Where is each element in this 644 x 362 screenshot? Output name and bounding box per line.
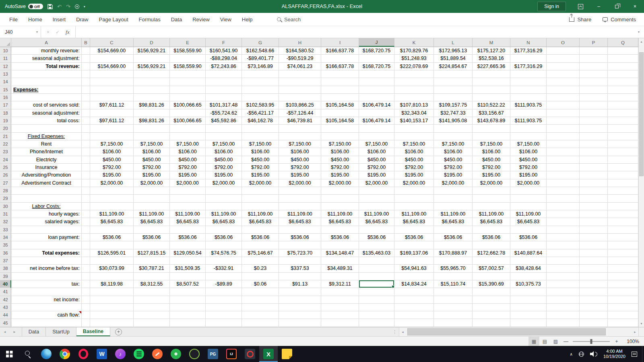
cell-K25[interactable]: $792.00 — [394, 164, 434, 171]
cell-D45[interactable] — [134, 319, 170, 327]
cell-L21[interactable] — [434, 133, 473, 140]
cell-D31[interactable]: $11,109.00 — [134, 210, 170, 218]
cell-G17[interactable]: $102,583.95 — [242, 101, 279, 109]
cell-B14[interactable] — [82, 78, 90, 86]
cell-G44[interactable] — [242, 311, 279, 319]
cell-K32[interactable]: $6,645.83 — [394, 218, 434, 226]
cell-G29[interactable] — [242, 195, 279, 202]
cell-M11[interactable]: $52,538.16 — [473, 55, 510, 62]
cell-N36[interactable]: $140,887.64 — [510, 249, 547, 257]
cell-P43[interactable] — [580, 304, 608, 311]
cell-Q30[interactable] — [608, 203, 638, 210]
cell-I32[interactable]: $6,645.83 — [321, 218, 359, 226]
cell-D13[interactable] — [134, 70, 170, 78]
cell-I39[interactable] — [321, 273, 359, 280]
cell-N37[interactable] — [510, 257, 547, 265]
cell-I28[interactable] — [321, 187, 359, 195]
cell-E30[interactable] — [170, 203, 206, 210]
cell-L41[interactable] — [434, 288, 473, 296]
cell-L20[interactable] — [434, 125, 473, 132]
cell-K40[interactable]: $14,834.24 — [394, 280, 434, 288]
cell-Q37[interactable] — [608, 257, 638, 265]
row-header-33[interactable]: 33 — [0, 226, 11, 234]
cell-D18[interactable] — [134, 109, 170, 117]
cell-I27[interactable]: $2,000.00 — [321, 179, 359, 187]
cell-B29[interactable] — [82, 195, 90, 202]
cell-Q22[interactable] — [608, 140, 638, 148]
cell-C35[interactable] — [90, 241, 134, 249]
cell-E11[interactable] — [170, 55, 206, 62]
cell-B23[interactable] — [82, 148, 90, 156]
column-header-L[interactable]: L — [434, 38, 473, 47]
cell-G21[interactable] — [242, 133, 279, 140]
cell-O36[interactable] — [547, 249, 580, 257]
cell-K19[interactable]: $140,153.17 — [394, 117, 434, 125]
cell-O42[interactable] — [547, 296, 580, 304]
taskbar-spotify-button[interactable] — [130, 346, 148, 362]
cell-H34[interactable]: $536.06 — [279, 234, 321, 241]
row-header-27[interactable]: 27 — [0, 179, 11, 187]
cell-N12[interactable]: $177,316.29 — [510, 63, 547, 70]
row-header-11[interactable]: 11 — [0, 55, 11, 62]
cell-M18[interactable]: $33,156.67 — [473, 109, 510, 117]
cell-L36[interactable]: $170,888.97 — [434, 249, 473, 257]
cell-D41[interactable] — [134, 288, 170, 296]
cell-D15[interactable] — [134, 86, 170, 94]
cell-L22[interactable]: $7,150.00 — [434, 140, 473, 148]
cell-M42[interactable] — [473, 296, 510, 304]
cell-C18[interactable] — [90, 109, 134, 117]
cell-H28[interactable] — [279, 187, 321, 195]
cell-N17[interactable]: $111,903.75 — [510, 101, 547, 109]
cell-L28[interactable] — [434, 187, 473, 195]
taskbar-opera-button[interactable] — [74, 346, 93, 362]
cell-F33[interactable] — [206, 226, 242, 234]
cell-J19[interactable]: $106,479.14 — [359, 117, 394, 125]
cell-D23[interactable]: $106.00 — [134, 148, 170, 156]
cell-M27[interactable]: $2,000.00 — [473, 179, 510, 187]
cell-J42[interactable] — [359, 296, 394, 304]
cell-M39[interactable] — [473, 273, 510, 280]
row-header-44[interactable]: 44 — [0, 311, 11, 319]
cell-N40[interactable]: $10,375.73 — [510, 280, 547, 288]
cell-M33[interactable] — [473, 226, 510, 234]
cell-F45[interactable] — [206, 319, 242, 327]
cell-A31[interactable]: hourly wages: — [11, 210, 82, 218]
cell-I21[interactable] — [321, 133, 359, 140]
cell-P24[interactable] — [580, 156, 608, 164]
cell-P19[interactable] — [580, 117, 608, 125]
touch-mode-icon[interactable] — [75, 4, 79, 9]
cell-O29[interactable] — [547, 195, 580, 202]
cell-D37[interactable] — [134, 257, 170, 265]
cell-A22[interactable]: Rent — [11, 140, 82, 148]
cell-A45[interactable] — [11, 319, 82, 327]
network-icon[interactable] — [579, 352, 584, 357]
scroll-up-button[interactable]: ▲ — [639, 38, 644, 45]
cell-B39[interactable] — [82, 273, 90, 280]
cell-C32[interactable]: $6,645.83 — [90, 218, 134, 226]
cell-Q20[interactable] — [608, 125, 638, 132]
cell-O38[interactable] — [547, 265, 580, 272]
cell-J37[interactable] — [359, 257, 394, 265]
cell-K45[interactable] — [394, 319, 434, 327]
cell-C13[interactable] — [90, 70, 134, 78]
cell-I10[interactable]: $166,637.78 — [321, 47, 359, 55]
cell-Q28[interactable] — [608, 187, 638, 195]
cell-A32[interactable]: salaried wages: — [11, 218, 82, 226]
formula-bar-expand-icon[interactable]: ▾ — [634, 26, 644, 38]
cell-P34[interactable] — [580, 234, 608, 241]
cell-O25[interactable] — [547, 164, 580, 171]
cell-N29[interactable] — [510, 195, 547, 202]
cell-O35[interactable] — [547, 241, 580, 249]
cell-C28[interactable] — [90, 187, 134, 195]
cell-F27[interactable]: $2,000.00 — [206, 179, 242, 187]
autosave-toggle[interactable]: AutoSave Off — [5, 4, 43, 9]
cell-I11[interactable] — [321, 55, 359, 62]
row-header-17[interactable]: 17 — [0, 101, 11, 109]
ribbon-search[interactable]: Search — [277, 16, 301, 23]
cell-K27[interactable]: $2,000.00 — [394, 179, 434, 187]
cell-A26[interactable]: Adversiting/Promotion — [11, 171, 82, 179]
cell-M31[interactable]: $11,109.00 — [473, 210, 510, 218]
cell-Q29[interactable] — [608, 195, 638, 202]
cell-E42[interactable] — [170, 296, 206, 304]
cell-E32[interactable]: $6,645.83 — [170, 218, 206, 226]
